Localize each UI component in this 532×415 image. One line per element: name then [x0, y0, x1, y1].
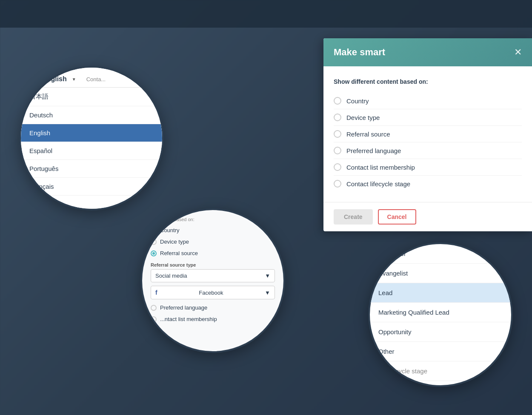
ref-select-social-media[interactable]: Social media ▼ — [151, 269, 275, 282]
ref-label-device: Device type — [160, 239, 189, 245]
panel-header: Make smart ✕ — [323, 38, 532, 66]
ref-radio-circle-referral — [151, 250, 157, 256]
radio-referral-source[interactable]: Referral source — [334, 126, 522, 142]
cancel-button[interactable]: Cancel — [378, 209, 416, 225]
ref-radio-circle-preferred-lang — [151, 305, 157, 311]
ref-select-facebook[interactable]: f Facebook ▼ — [151, 286, 275, 299]
radio-circle-country — [334, 97, 341, 105]
lang-item-deutsch[interactable]: Deutsch — [21, 106, 162, 124]
radio-label-device: Device type — [346, 114, 380, 121]
ref-label-preferred-lang: Preferred language — [160, 304, 207, 311]
ref-radio-contact-membership[interactable]: ...ntact list membership — [151, 313, 275, 325]
facebook-label: Facebook — [199, 290, 223, 296]
referral-bubble: ...t content based on: Country Device ty… — [140, 208, 285, 353]
make-smart-panel: Make smart ✕ Show different content base… — [323, 38, 532, 231]
lifecycle-item-opportunity[interactable]: Opportunity — [370, 322, 511, 342]
radio-contact-list[interactable]: Contact list membership — [334, 159, 522, 176]
panel-body: Show different content based on: Country… — [323, 66, 532, 202]
ref-label-country: Country — [160, 227, 180, 233]
contact-label: Conta... — [86, 76, 106, 82]
lifecycle-item-mql[interactable]: Marketing Qualified Lead — [370, 303, 511, 322]
radio-label-language: Preferred language — [346, 147, 401, 154]
social-media-label: Social media — [155, 273, 187, 279]
radio-device-type[interactable]: Device type — [334, 109, 522, 126]
radio-circle-language — [334, 147, 341, 154]
lifecycle-bubble: Customer Evangelist Lead Marketing Quali… — [368, 242, 513, 387]
lifecycle-item-lead[interactable]: Lead — [370, 283, 511, 303]
radio-circle-contact-list — [334, 163, 341, 171]
language-dropdown[interactable]: 日本語 Deutsch English Español Português Fr… — [21, 88, 162, 209]
panel-footer: Create Cancel — [323, 202, 532, 231]
radio-label-contact-list: Contact list membership — [346, 164, 415, 171]
ref-radio-device[interactable]: Device type — [151, 236, 275, 247]
language-dropdown-bubble: 🌐 English ▼ Conta... 日本語 Deutsch English… — [19, 66, 164, 210]
radio-circle-referral — [334, 130, 341, 138]
section-label: Show different content based on: — [334, 78, 522, 85]
top-bar — [0, 0, 532, 28]
create-button[interactable]: Create — [334, 209, 373, 225]
radio-lifecycle[interactable]: Contact lifecycle stage — [334, 176, 522, 192]
facebook-icon: f — [155, 289, 157, 296]
radio-circle-device — [334, 114, 341, 121]
select-chevron-icon: ▼ — [265, 273, 270, 279]
radio-preferred-language[interactable]: Preferred language — [334, 142, 522, 159]
lifecycle-item-other[interactable]: Other — [370, 342, 511, 361]
lang-item-espanol[interactable]: Español — [21, 142, 162, 160]
radio-label-country: Country — [346, 97, 369, 105]
radio-circle-lifecycle — [334, 180, 341, 188]
lifecycle-item-evangelist[interactable]: Evangelist — [370, 264, 511, 283]
lang-item-japanese[interactable]: 日本語 — [21, 88, 162, 106]
ref-label-contact-membership: ...ntact list membership — [160, 316, 217, 322]
lang-item-english[interactable]: English — [21, 124, 162, 142]
panel-title: Make smart — [334, 47, 385, 58]
radio-country[interactable]: Country — [334, 93, 522, 109]
ref-radio-referral[interactable]: Referral source — [151, 247, 275, 259]
chevron-down-icon: ▼ — [72, 77, 76, 82]
facebook-chevron-icon: ▼ — [265, 290, 270, 296]
ref-radio-preferred-lang[interactable]: Preferred language — [151, 302, 275, 313]
lang-item-portuguese[interactable]: Português — [21, 160, 162, 178]
close-button[interactable]: ✕ — [514, 48, 522, 57]
ref-label-referral: Referral source — [160, 250, 198, 256]
radio-label-lifecycle: Contact lifecycle stage — [346, 180, 410, 188]
radio-label-referral: Referral source — [346, 131, 390, 138]
ref-radio-country[interactable]: Country — [151, 225, 275, 236]
ref-sublabel-type: Referral source type — [151, 262, 275, 267]
